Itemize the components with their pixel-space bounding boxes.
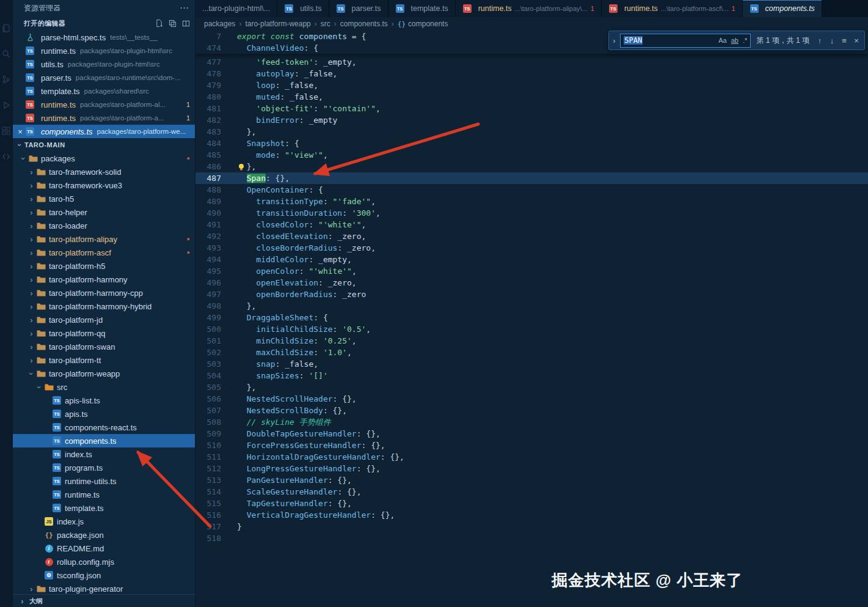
tree-item[interactable]: ›taro-loader [13, 219, 195, 232]
new-file-icon[interactable] [155, 19, 163, 28]
code-line[interactable]: 497 openBorderRadius: _zero [195, 289, 868, 300]
source-control-icon[interactable] [1, 75, 11, 84]
code-line[interactable]: 511 HorizontalDragGestureHandler: {}, [195, 451, 868, 463]
breadcrumb-item[interactable]: taro-platform-weapp [245, 20, 310, 28]
code-line[interactable]: 488 OpenContainer: { [195, 184, 868, 196]
remote-icon[interactable] [1, 152, 11, 161]
tree-item[interactable]: ›taro-framework-vue3 [13, 178, 195, 192]
editor-tab[interactable]: TScomponents.ts [743, 0, 822, 17]
tree-item[interactable]: TScomponents-react.ts [13, 421, 195, 434]
match-case-toggle[interactable]: Aa [718, 37, 726, 44]
breadcrumb-item[interactable]: src [321, 20, 330, 28]
code-line[interactable]: 494 middleColor: _empty, [195, 254, 868, 265]
files-icon[interactable] [1, 23, 11, 33]
outline-section-header[interactable]: › 大纲 [13, 594, 195, 607]
tree-item[interactable]: ›src [13, 380, 195, 394]
code-line[interactable]: 514 ScaleGestureHandler: {}, [195, 486, 868, 498]
code-line[interactable]: 516 VerticalDragGestureHandler: {}, [195, 509, 868, 521]
open-editor-item[interactable]: ×TSutils.tspackages\taro-plugin-html\src [13, 57, 195, 71]
find-in-selection-icon[interactable]: ≡ [839, 36, 849, 45]
whole-word-toggle[interactable]: ab [731, 37, 739, 44]
tree-item[interactable]: ›taro-platform-harmony-cpp [13, 286, 195, 300]
editor-layout-icon[interactable] [181, 19, 190, 28]
code-line[interactable]: 478 autoplay: _false, [195, 68, 868, 79]
open-editor-item[interactable]: ×TStemplate.tspackages\shared\src [13, 84, 195, 98]
code-line[interactable]: 510 ForcePressGestureHandler: {}, [195, 440, 868, 451]
open-editor-item[interactable]: ×TScomponents.tspackages\taro-platform-w… [13, 125, 195, 138]
tree-item[interactable]: ›taro-platform-alipay● [13, 232, 195, 246]
code-line[interactable]: 508 // skyLine 手势组件 [195, 416, 868, 428]
open-editor-item[interactable]: ×TSruntime.tspackages\taro-platform-a...… [13, 111, 195, 125]
code-line[interactable]: 484 Snapshot: { [195, 138, 868, 149]
code-line[interactable]: 493 closeBorderRadius: _zero, [195, 242, 868, 254]
code-line[interactable]: 509 DoubleTapGestureHandler: {}, [195, 428, 868, 440]
project-section-header[interactable]: › TARO-MAIN [13, 138, 195, 152]
code-line[interactable]: 492 closedElevation: _zero, [195, 230, 868, 242]
code-line[interactable]: 480 muted: _false, [195, 91, 868, 103]
code-line[interactable]: 515 TapGestureHandler: {}, [195, 498, 868, 509]
editor-tab[interactable]: ...taro-plugin-html\... [195, 0, 277, 17]
tree-item[interactable]: TSruntime.ts [13, 488, 195, 501]
code-line[interactable]: 483 }, [195, 126, 868, 138]
breadcrumb-item[interactable]: packages [204, 20, 235, 28]
tree-item[interactable]: ›taro-platform-swan [13, 340, 195, 353]
tree-item[interactable]: TScomponents.ts [13, 434, 195, 447]
code-line[interactable]: 505 }, [195, 381, 868, 393]
tree-item[interactable]: TStemplate.ts [13, 501, 195, 515]
regex-toggle[interactable]: .* [743, 37, 747, 44]
tree-item[interactable]: ›taro-h5 [13, 192, 195, 205]
tree-item[interactable]: ⚙tsconfig.json [13, 568, 195, 582]
code-line[interactable]: 479 loop: _false, [195, 79, 868, 91]
close-icon[interactable]: × [15, 127, 25, 136]
code-line[interactable]: 487 Span: {}, [195, 172, 868, 184]
code-line[interactable]: 517} [195, 521, 868, 532]
code-line[interactable]: 512 LongPressGestureHandler: {}, [195, 463, 868, 474]
code-line[interactable]: 485 mode: "'view'", [195, 149, 868, 161]
tree-item[interactable]: iREADME.md [13, 542, 195, 555]
tree-item[interactable]: TSapis-list.ts [13, 394, 195, 407]
toggle-replace-icon[interactable]: › [610, 36, 618, 45]
editor[interactable]: 477 'feed-token': _empty,478 autoplay: _… [195, 31, 868, 607]
open-editor-item[interactable]: ×TSruntime.tspackages\taro-platform-al..… [13, 98, 195, 111]
code-line[interactable]: 495 openColor: "'white'", [195, 265, 868, 277]
open-editor-item[interactable]: ×TSruntime.tspackages\taro-plugin-html\s… [13, 44, 195, 57]
tree-item[interactable]: ›taro-platform-harmony [13, 273, 195, 286]
find-previous-icon[interactable]: ↑ [815, 36, 825, 45]
tree-item[interactable]: ›taro-platform-weapp [13, 367, 195, 380]
find-next-icon[interactable]: ↓ [827, 36, 837, 45]
code-line[interactable]: 477 'feed-token': _empty, [195, 56, 868, 68]
code-line[interactable]: 489 transitionType: "'fade'", [195, 196, 868, 207]
code-line[interactable]: 491 closedColor: "'white'", [195, 219, 868, 230]
tree-item[interactable]: TSruntime-utils.ts [13, 474, 195, 488]
tree-item[interactable]: ›taro-platform-h5 [13, 259, 195, 273]
find-input[interactable]: SPAN Aa ab .* [620, 34, 751, 48]
code-line[interactable]: 506 NestedScrollHeader: {}, [195, 393, 868, 405]
editor-tab[interactable]: TStemplate.ts [388, 0, 456, 17]
tree-item[interactable]: ›packages● [13, 152, 195, 165]
tree-item[interactable]: TSapis.ts [13, 407, 195, 421]
breadcrumb-item[interactable]: {}components [398, 20, 448, 28]
debug-icon[interactable] [1, 100, 11, 110]
tree-item[interactable]: TSprogram.ts [13, 461, 195, 474]
editor-tab[interactable]: TSparser.ts [329, 0, 388, 17]
tree-item[interactable]: TSindex.ts [13, 447, 195, 461]
code-line[interactable]: 496 openElevation: _zero, [195, 277, 868, 289]
code-line[interactable]: 500 initialChildSize: '0.5', [195, 323, 868, 335]
code-line[interactable]: 501 minChildSize: '0.25', [195, 335, 868, 347]
code-line[interactable]: 486 }, [195, 161, 868, 172]
tree-item[interactable]: ›taro-platform-tt [13, 353, 195, 367]
find-close-icon[interactable]: × [852, 36, 861, 45]
tree-item[interactable]: ›taro-framework-solid [13, 165, 195, 178]
code-line[interactable]: 490 transitionDuration: '300', [195, 207, 868, 219]
tree-item[interactable]: ›taro-platform-ascf● [13, 246, 195, 259]
code-line[interactable]: 499 DraggableSheet: { [195, 312, 868, 323]
save-all-icon[interactable] [168, 19, 177, 28]
open-editor-item[interactable]: ×TSparser.tspackages\taro-runtime\src\do… [13, 71, 195, 84]
editor-tab[interactable]: TSruntime.ts...\taro-platform-alipay\...… [456, 0, 602, 17]
code-line[interactable]: 502 maxChildSize: '1.0', [195, 347, 868, 358]
code-line[interactable]: 498 }, [195, 300, 868, 312]
tree-item[interactable]: ›taro-platform-harmony-hybrid [13, 300, 195, 313]
breadcrumb-item[interactable]: components.ts [340, 20, 388, 28]
code-line[interactable]: 518 [195, 532, 868, 544]
tree-item[interactable]: {}package.json [13, 528, 195, 542]
